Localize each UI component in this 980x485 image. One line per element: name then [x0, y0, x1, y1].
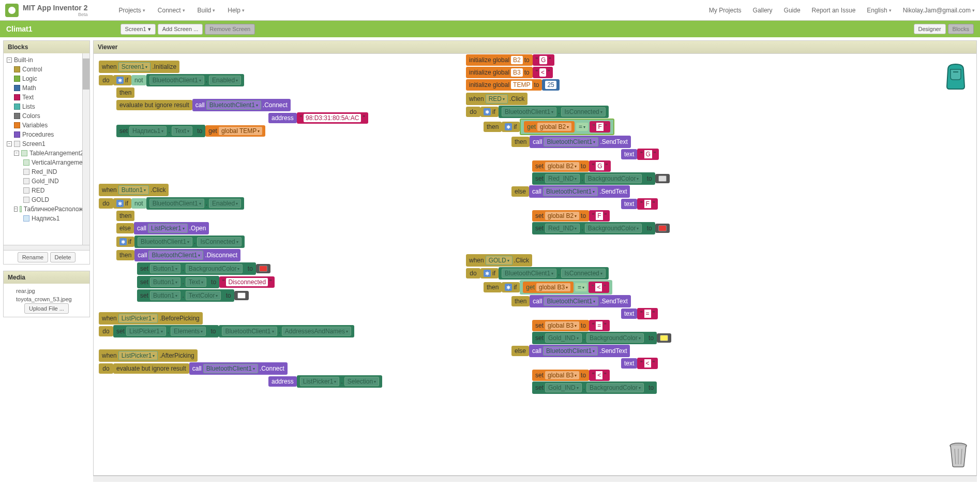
trash-icon[interactable]	[948, 442, 969, 467]
tree-procedures[interactable]: Procedures	[22, 131, 54, 138]
component-icon	[21, 150, 27, 156]
project-bar: Climat1 Screen1 ▾ Add Screen ... Remove …	[0, 21, 980, 37]
tree-colors[interactable]: Colors	[22, 112, 40, 120]
variables-color-icon	[14, 122, 20, 128]
tree-builtin[interactable]: Built-in	[14, 56, 33, 64]
blocks-view-button[interactable]: Blocks	[948, 24, 974, 34]
viewer-title: Viewer	[93, 40, 977, 53]
blocks-panel: Blocks −Built-in Control Logic Math Text…	[3, 40, 90, 264]
menu-build[interactable]: Build	[198, 7, 216, 14]
colors-color-icon	[14, 113, 20, 119]
collapse-icon[interactable]: −	[7, 57, 12, 63]
main-area: Blocks −Built-in Control Logic Math Text…	[0, 37, 980, 485]
media-panel-title: Media	[4, 271, 89, 284]
lists-color-icon	[14, 104, 20, 110]
gear-icon[interactable]	[116, 200, 124, 207]
component-icon	[23, 178, 29, 184]
math-color-icon	[14, 85, 20, 91]
media-file[interactable]: rear.jpg	[7, 287, 86, 295]
tree-screen1[interactable]: Screen1	[22, 140, 46, 148]
rename-button[interactable]: Rename	[18, 252, 49, 262]
svg-rect-0	[953, 71, 958, 72]
tree-variables[interactable]: Variables	[22, 122, 48, 129]
block-when-listpicker-beforepicking[interactable]: when ListPicker1 .BeforePicking do set L…	[99, 312, 354, 338]
collapse-icon[interactable]: −	[7, 141, 12, 146]
tree-hscroll[interactable]	[4, 245, 89, 250]
screen-dropdown[interactable]: Screen1 ▾	[120, 24, 156, 35]
gear-icon[interactable]	[505, 123, 512, 130]
tree-control[interactable]: Control	[22, 66, 42, 73]
text-color-icon	[14, 94, 20, 100]
designer-view-button[interactable]: Designer	[914, 24, 946, 34]
tree-item[interactable]: Надпись1	[32, 215, 59, 222]
block-when-button1-click[interactable]: when Button1 .Click do if not BluetoothC…	[99, 183, 275, 302]
block-init-global-b3[interactable]: initialize global B3 to " < "	[466, 66, 553, 79]
component-icon	[23, 169, 29, 175]
tree-logic[interactable]: Logic	[22, 75, 37, 82]
remove-screen-button[interactable]: Remove Screen	[205, 24, 255, 35]
menu-connect[interactable]: Connect	[158, 7, 185, 14]
link-guide[interactable]: Guide	[784, 7, 801, 14]
tree-lists[interactable]: Lists	[22, 103, 35, 110]
component-icon	[14, 141, 20, 147]
gear-icon[interactable]	[505, 284, 512, 291]
app-subtitle: Beta	[23, 12, 87, 17]
gear-icon[interactable]	[116, 77, 124, 84]
collapse-icon[interactable]: −	[14, 151, 19, 156]
tree-item[interactable]: ТабличноеРасположе	[24, 205, 86, 213]
block-init-global-temp[interactable]: initialize global TEMP to 25	[466, 79, 560, 91]
link-gallery[interactable]: Gallery	[753, 7, 773, 14]
add-screen-button[interactable]: Add Screen ...	[158, 24, 203, 35]
gear-icon[interactable]	[484, 270, 491, 277]
tree-item[interactable]: Red_IND	[32, 168, 57, 175]
tree-item[interactable]: RED	[32, 187, 44, 194]
media-file[interactable]: toyota_crown_53.jpeg	[7, 295, 86, 303]
tree-scrollbar[interactable]	[82, 53, 89, 245]
block-init-global-b2[interactable]: initialize global B2 to " G "	[466, 54, 554, 66]
menu-account[interactable]: Nikolay.Jam@gmail.com	[903, 7, 975, 14]
viewer-panel: Viewer when Screen1 .Initialize do if no…	[93, 40, 977, 482]
blocks-canvas[interactable]: when Screen1 .Initialize do if not Bluet…	[93, 53, 977, 476]
link-my-projects[interactable]: My Projects	[709, 7, 742, 14]
component-icon	[23, 159, 29, 166]
tree-math[interactable]: Math	[22, 84, 36, 92]
backpack-icon[interactable]	[943, 62, 969, 90]
delete-button[interactable]: Delete	[50, 252, 76, 262]
component-icon	[23, 215, 29, 222]
upload-file-button[interactable]: Upload File ...	[24, 303, 69, 314]
block-when-screen1-initialize[interactable]: when Screen1 .Initialize do if not Bluet…	[99, 60, 368, 138]
gear-icon[interactable]	[484, 108, 491, 115]
gear-icon[interactable]	[119, 238, 127, 245]
canvas-hscroll[interactable]	[93, 476, 977, 482]
blocks-panel-title: Blocks	[4, 41, 89, 53]
tree-item[interactable]: TableArrangement2	[29, 150, 84, 157]
component-icon	[20, 206, 22, 212]
component-icon	[23, 197, 29, 203]
media-panel: Media rear.jpg toyota_crown_53.jpeg Uplo…	[3, 271, 90, 317]
header-right: My Projects Gallery Guide Report an Issu…	[709, 7, 975, 14]
block-when-red-click[interactable]: when RED .Click do if BluetoothClient1 .…	[466, 92, 670, 235]
block-when-gold-click[interactable]: when GOLD .Click do if BluetoothClient1 …	[466, 254, 671, 394]
block-when-listpicker-afterpicking[interactable]: when ListPicker1 .AfterPicking do evalua…	[99, 349, 382, 388]
tree-text[interactable]: Text	[22, 94, 34, 101]
logic-color-icon	[14, 76, 20, 82]
project-name: Climat1	[6, 25, 33, 33]
menu-language[interactable]: English	[867, 7, 891, 14]
menu-help[interactable]: Help	[228, 7, 245, 14]
app-title: MIT App Inventor 2	[23, 4, 87, 12]
procedures-color-icon	[14, 131, 20, 138]
tree-item[interactable]: Gold_IND	[32, 178, 59, 185]
collapse-icon[interactable]: −	[14, 207, 18, 212]
link-report-issue[interactable]: Report an Issue	[812, 7, 856, 14]
left-column: Blocks −Built-in Control Logic Math Text…	[0, 37, 93, 485]
component-icon	[23, 187, 29, 194]
blocks-tree[interactable]: −Built-in Control Logic Math Text Lists …	[4, 53, 89, 245]
app-logo-icon	[5, 4, 19, 17]
control-color-icon	[14, 66, 20, 72]
tree-item[interactable]: GOLD	[32, 196, 49, 203]
main-menu: Projects Connect Build Help	[118, 7, 244, 14]
tree-item[interactable]: VerticalArrangemen	[32, 159, 86, 166]
menu-projects[interactable]: Projects	[118, 7, 145, 14]
logo-area: MIT App Inventor 2 Beta	[5, 4, 87, 17]
header: MIT App Inventor 2 Beta Projects Connect…	[0, 0, 980, 21]
